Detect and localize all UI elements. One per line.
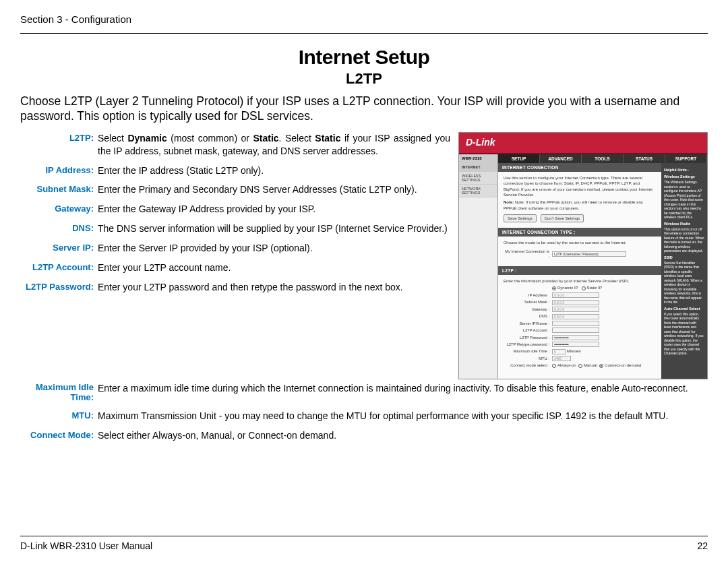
router-brand-logo: D-Link [459, 133, 707, 154]
radio-on-demand[interactable] [599, 364, 603, 368]
def-text-srv: Enter the Server IP provided by your ISP… [98, 242, 450, 255]
row-mtu-input[interactable]: 1400 [552, 356, 571, 361]
def-text-mtu: Maximum Transmission Unit - you may need… [98, 410, 708, 423]
def-label-l2tp: L2TP: [20, 132, 98, 158]
hint-w4: If you select this option, the router au… [664, 312, 704, 356]
hint-w3: Service Set Identifier (SSID) is the nam… [664, 261, 702, 305]
def-label-srv: Server IP: [20, 242, 98, 255]
row-pwd-label: L2TP Password : [504, 335, 552, 340]
conn-type-label: My Internet Connection is : [504, 249, 552, 259]
footer-rule [20, 536, 708, 536]
definitions-narrow: L2TP:Select Dynamic (most common) or Sta… [20, 132, 450, 379]
definitions-wide: Maximum IdleTime:Enter a maximum idle ti… [20, 382, 708, 442]
row-pwd2-input[interactable] [552, 342, 599, 347]
row-srv-input[interactable] [552, 321, 599, 326]
row-acct-input[interactable] [552, 327, 599, 333]
radio-static-ip[interactable] [582, 286, 586, 290]
panel-conn-body: Use this section to configure your Inter… [498, 172, 661, 228]
tab-advanced[interactable]: ADVANCED [540, 154, 582, 163]
cancel-button[interactable]: Don't Save Settings [541, 214, 584, 222]
def-text-dns: The DNS server information will be suppl… [98, 222, 450, 235]
footer-right: 22 [697, 540, 708, 551]
l2tp-desc: Enter the information provided by your I… [504, 278, 656, 284]
panel-conn-header: INTERNET CONNECTION [498, 163, 661, 172]
router-model: WBR-2310 [459, 154, 498, 163]
tab-setup[interactable]: SETUP [498, 154, 540, 163]
def-label-idle: Maximum IdleTime: [20, 382, 98, 403]
def-label-mtu: MTU: [20, 410, 98, 423]
def-label-dns: DNS: [20, 222, 98, 235]
conn-type-select[interactable]: L2TP (Username / Password) [552, 251, 626, 257]
row-dns-label: DNS : [504, 313, 552, 319]
router-sidebar: INTERNET WIRELESS SETTINGS NETWORK SETTI… [459, 163, 498, 379]
row-gw-label: Gateway : [504, 307, 552, 312]
def-label-mask: Subnet Mask: [20, 183, 98, 196]
hint-w3h: SSID [664, 255, 704, 260]
row-gw-input[interactable]: 0.0.0.0 [552, 307, 599, 312]
hint-w2h: Wireless Radio [664, 222, 704, 226]
router-tabs: WBR-2310 SETUP ADVANCED TOOLS STATUS SUP… [459, 154, 707, 163]
row-dns-input[interactable]: 0.0.0.0 [552, 314, 599, 319]
page-footer: D-Link WBR-2310 User Manual 22 [20, 540, 708, 551]
radio-manual-label: Manual [584, 363, 597, 367]
row-pwd2-label: L2TP Retype password : [504, 342, 552, 347]
row-idle-input[interactable]: 5 [552, 349, 566, 354]
radio-dynamic-ip[interactable] [552, 286, 556, 290]
tab-support[interactable]: SUPPORT [665, 154, 707, 163]
row-acct-label: L2TP Account : [504, 327, 552, 333]
top-rule [20, 33, 708, 34]
conn-desc: Use this section to configure your Inter… [504, 175, 656, 198]
hints-title: Helpful Hints.. [664, 168, 704, 173]
screenshot-column: D-Link WBR-2310 SETUP ADVANCED TOOLS STA… [458, 132, 708, 379]
page-subtitle: L2TP [20, 70, 708, 88]
def-label-acct: L2TP Account: [20, 261, 98, 274]
tab-status[interactable]: STATUS [624, 154, 665, 163]
row-mask-label: Subnet Mask : [504, 299, 552, 305]
def-text-l2tp: Select Dynamic (most common) or Static. … [98, 132, 450, 158]
def-text-idle: Enter a maximum idle time during which t… [98, 382, 708, 403]
radio-always-on[interactable] [552, 364, 556, 368]
row-ip-input[interactable]: 0.0.0.0 [552, 292, 599, 298]
hint-w2: This option turns on or off the wireless… [664, 227, 704, 253]
def-text-gw: Enter the Gateway IP Address provided by… [98, 203, 450, 216]
row-mtu-label: MTU : [504, 356, 552, 361]
def-label-pwd: L2TP Password: [20, 281, 98, 294]
side-network[interactable]: NETWORK SETTINGS [459, 185, 497, 197]
def-text-mode: Select either Always-on, Manual, or Conn… [98, 429, 708, 442]
def-label-ip: IP Address: [20, 164, 98, 177]
panel-l2tp-header: L2TP : [498, 266, 661, 275]
def-text-acct: Enter your L2TP account name. [98, 261, 450, 274]
def-label-mode: Connect Mode: [20, 429, 98, 442]
row-pwd-input[interactable] [552, 335, 599, 340]
radio-manual[interactable] [578, 364, 582, 368]
hint-w1: The Wireless Settings section is used to… [664, 180, 703, 219]
router-main: INTERNET CONNECTION Use this section to … [498, 163, 661, 379]
row-ip-label: IP Address : [504, 292, 552, 298]
tab-tools[interactable]: TOOLS [582, 154, 624, 163]
radio-on-demand-label: Connect-on demand [605, 363, 641, 367]
section-header: Section 3 - Configuration [20, 13, 708, 29]
panel-l2tp-body: Enter the information provided by your I… [498, 275, 661, 375]
router-screenshot: D-Link WBR-2310 SETUP ADVANCED TOOLS STA… [458, 132, 708, 379]
intro-text: Choose L2TP (Layer 2 Tunneling Protocol)… [20, 94, 708, 124]
row-idle-unit: Minutes [567, 349, 581, 353]
save-button[interactable]: Save Settings [504, 214, 537, 222]
conn-note: Note: Note: If using the PPPoE option, y… [504, 199, 656, 211]
footer-left: D-Link WBR-2310 User Manual [20, 540, 152, 551]
side-internet[interactable]: INTERNET [459, 163, 497, 172]
def-text-mask: Enter the Primary and Secondary DNS Serv… [98, 183, 450, 196]
router-hints: Helpful Hints.. Wireless Settings The Wi… [661, 163, 707, 379]
side-wireless[interactable]: WIRELESS SETTINGS [459, 172, 497, 185]
hint-w4h: Auto Channel Select [664, 307, 704, 311]
panel-type-body: Choose the mode to be used by the router… [498, 237, 661, 266]
def-text-ip: Enter the IP address (Static L2TP only). [98, 164, 450, 177]
row-mask-input[interactable]: 0.0.0.0 [552, 300, 599, 305]
row-mode-label: Connect mode select : [504, 363, 552, 368]
radio-static-label: Static IP [587, 286, 602, 290]
radio-dynamic-label: Dynamic IP [557, 286, 578, 290]
hint-w1h: Wireless Settings [664, 175, 704, 179]
radio-always-label: Always-on [557, 363, 576, 367]
page-title: Internet Setup [20, 46, 708, 69]
row-idle-label: Maximum Idle Time : [504, 348, 552, 354]
def-label-gw: Gateway: [20, 203, 98, 216]
